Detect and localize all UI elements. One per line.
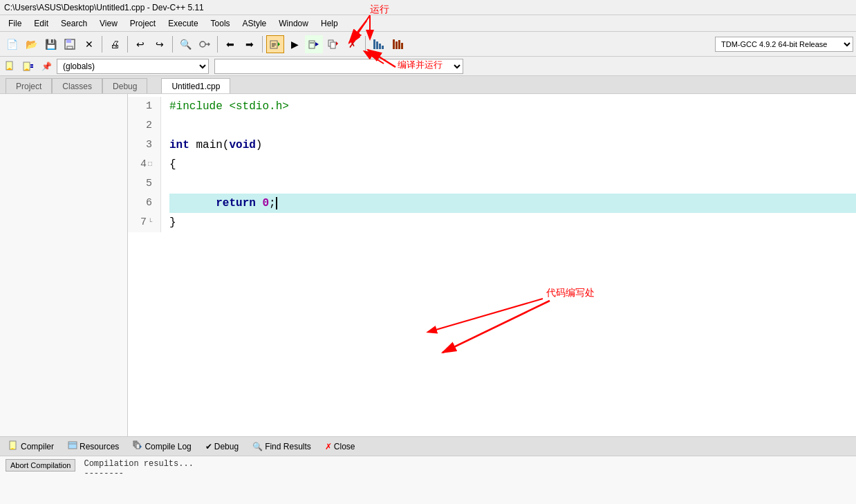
menu-help[interactable]: Help: [315, 17, 344, 30]
compiler-select[interactable]: TDM-GCC 4.9.2 64-bit Release: [715, 37, 853, 52]
tab-project[interactable]: Project: [6, 78, 52, 93]
svg-marker-11: [315, 42, 319, 46]
profile-button[interactable]: [369, 35, 387, 53]
findresults-tab-label: Find Results: [265, 442, 311, 451]
bottom-tab-bar: Compiler Resources Compile Log ✔ Debug: [0, 437, 856, 456]
linenum-5: 5: [128, 174, 156, 194]
abort-compilation-button[interactable]: Abort Compilation: [6, 459, 75, 472]
compilelog-tab-label: Compile Log: [145, 442, 191, 451]
close-button[interactable]: ✕: [80, 35, 98, 53]
scope-select[interactable]: (globals): [57, 59, 209, 74]
code-line-2: [169, 116, 856, 136]
tab-bar: Project Classes Debug Untitled1.cpp: [0, 76, 856, 94]
linenum-4: 4 □: [128, 155, 156, 174]
resources-icon: [68, 440, 77, 452]
svg-marker-8: [278, 42, 280, 46]
goto-bookmark-button[interactable]: 📌: [39, 59, 54, 74]
debug-profile-button[interactable]: [389, 35, 407, 53]
svg-rect-20: [396, 41, 398, 49]
main-area: 1 2 3 4 □ 5 6 7 └ #include <stdio.h> int…: [0, 94, 856, 436]
add-bookmark-button[interactable]: [3, 59, 18, 74]
linenum-6: 6: [128, 194, 156, 213]
title-bar: C:\Users\ASUS\Desktop\Untitled1.cpp - De…: [0, 0, 856, 15]
menu-project[interactable]: Project: [124, 17, 161, 30]
bottom-tab-compilelog[interactable]: Compile Log: [127, 438, 197, 455]
resources-tab-label: Resources: [80, 442, 119, 451]
sep2: [127, 36, 128, 53]
code-area: 1 2 3 4 □ 5 6 7 └ #include <stdio.h> int…: [128, 94, 856, 235]
tab-file-untitled[interactable]: Untitled1.cpp: [161, 78, 230, 93]
code-editor[interactable]: 1 2 3 4 □ 5 6 7 └ #include <stdio.h> int…: [128, 94, 856, 436]
svg-rect-15: [373, 39, 375, 49]
bottom-tab-debug[interactable]: ✔ Debug: [199, 438, 245, 455]
open-button[interactable]: 📂: [22, 35, 40, 53]
save-button[interactable]: 💾: [41, 35, 59, 53]
sep1: [102, 36, 102, 53]
menu-execute[interactable]: Execute: [162, 17, 203, 30]
save-all-button[interactable]: [61, 35, 79, 53]
menu-view[interactable]: View: [94, 17, 123, 30]
indent-button[interactable]: ⬅: [221, 35, 239, 53]
bottom-tab-resources[interactable]: Resources: [62, 438, 125, 455]
svg-rect-13: [331, 42, 335, 48]
sep6: [365, 36, 366, 53]
code-content[interactable]: #include <stdio.h> int main(void) { retu…: [161, 97, 856, 232]
svg-rect-19: [393, 39, 395, 49]
svg-rect-9: [309, 41, 315, 48]
compiler-tab-label: Compiler: [21, 442, 54, 451]
svg-rect-35: [136, 444, 140, 449]
menu-astyle[interactable]: AStyle: [237, 17, 272, 30]
code-line-5: [169, 174, 856, 194]
compilation-line2: --------: [84, 469, 193, 478]
line-numbers: 1 2 3 4 □ 5 6 7 └: [128, 97, 161, 232]
code-line-7: }: [169, 213, 856, 232]
new-button[interactable]: 📄: [3, 35, 21, 53]
compilelog-icon: [133, 440, 142, 452]
title-text: C:\Users\ASUS\Desktop\Untitled1.cpp - De…: [4, 3, 204, 12]
replace-button[interactable]: [196, 35, 214, 53]
menu-tools[interactable]: Tools: [205, 17, 236, 30]
bottom-tab-compiler[interactable]: Compiler: [3, 438, 60, 455]
svg-point-3: [200, 41, 205, 47]
stop-button[interactable]: ✗: [344, 35, 362, 53]
compiler-selector-area: TDM-GCC 4.9.2 64-bit Release: [715, 37, 853, 52]
findresults-icon: 🔍: [252, 442, 263, 451]
code-line-4: {: [169, 155, 856, 174]
debug-tab-label: Debug: [214, 442, 239, 451]
tab-debug[interactable]: Debug: [102, 78, 147, 93]
bottom-panel: Compiler Resources Compile Log ✔ Debug: [0, 436, 856, 504]
run-button[interactable]: ▶: [286, 35, 304, 53]
sidebar: [0, 94, 128, 436]
close-tab-label: Close: [334, 442, 355, 451]
linenum-7: 7 └: [128, 213, 156, 232]
linenum-2: 2: [128, 116, 156, 136]
menu-search[interactable]: Search: [55, 17, 93, 30]
svg-rect-22: [401, 43, 403, 49]
rebuild-button[interactable]: [324, 35, 342, 53]
search-button[interactable]: 🔍: [176, 35, 194, 53]
svg-rect-29: [10, 441, 16, 449]
undo-button[interactable]: ↩: [131, 35, 149, 53]
menu-edit[interactable]: Edit: [28, 17, 54, 30]
sep5: [262, 36, 263, 53]
print-button[interactable]: 🖨: [106, 35, 124, 53]
menu-file[interactable]: File: [3, 17, 27, 30]
linenum-1: 1: [128, 97, 156, 116]
unindent-button[interactable]: ➡: [241, 35, 259, 53]
svg-rect-17: [379, 44, 381, 49]
code-line-1: #include <stdio.h>: [169, 97, 856, 116]
bookmark-list-button[interactable]: [21, 59, 36, 74]
close-icon: ✗: [325, 442, 332, 451]
sep4: [217, 36, 218, 53]
tab-classes[interactable]: Classes: [52, 78, 102, 93]
redo-button[interactable]: ↪: [151, 35, 169, 53]
svg-rect-21: [398, 40, 400, 49]
compile-run-button[interactable]: [305, 35, 323, 53]
bottom-tab-close[interactable]: ✗ Close: [319, 438, 362, 455]
code-line-6: return 0;: [169, 194, 856, 213]
menu-window[interactable]: Window: [273, 17, 314, 30]
menu-bar: File Edit Search View Project Execute To…: [0, 15, 856, 32]
bottom-tab-findresults[interactable]: 🔍 Find Results: [246, 438, 317, 455]
compile-button[interactable]: [266, 35, 284, 53]
function-select[interactable]: [214, 59, 463, 74]
